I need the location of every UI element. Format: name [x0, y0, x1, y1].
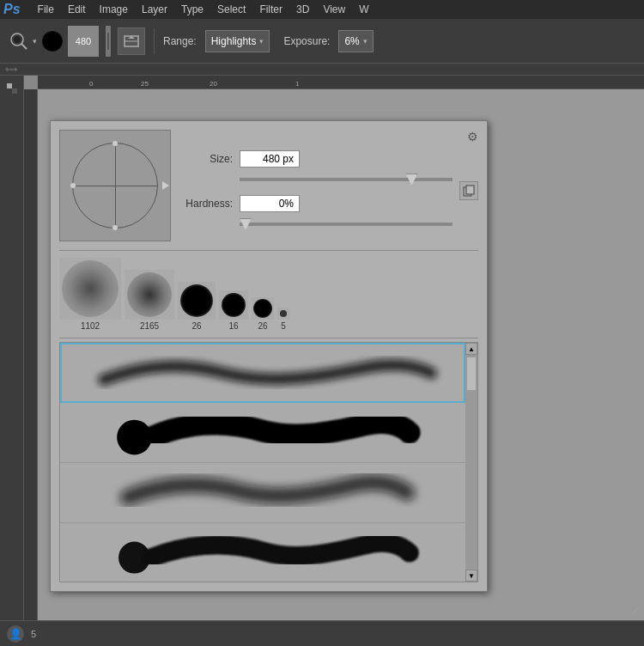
- scrollbar-thumb[interactable]: [466, 357, 477, 391]
- brush-thumb-label-5: 5: [281, 321, 286, 331]
- brush-preview-0: [69, 347, 457, 399]
- svg-rect-5: [7, 83, 12, 88]
- brush-list-scrollbar: ▲ ▼: [465, 343, 477, 582]
- left-toolbar: [0, 76, 24, 620]
- brush-preview-1: [67, 407, 459, 459]
- canvas-area: 0 25 20 1 ⟋: [24, 76, 644, 620]
- exposure-dropdown[interactable]: 6% ▾: [338, 30, 373, 52]
- brush-thumb-label-4: 26: [258, 321, 267, 331]
- ruler-horizontal: 0 25 20 1: [38, 76, 644, 89]
- brush-preview-2: [67, 467, 459, 519]
- brush-thumb-2[interactable]: 26: [178, 282, 216, 331]
- menu-filter[interactable]: Filter: [252, 2, 289, 17]
- brush-row-0[interactable]: [60, 343, 465, 403]
- hardness-slider-container[interactable]: [240, 219, 453, 226]
- brush-thumb-5[interactable]: 5: [277, 308, 289, 331]
- range-dropdown[interactable]: Highlights ▾: [205, 30, 270, 52]
- status-bar: 👤 5: [0, 620, 644, 646]
- scrollbar-down-button[interactable]: ▼: [465, 570, 477, 582]
- menu-layer[interactable]: Layer: [135, 2, 174, 17]
- brush-row-2[interactable]: [60, 463, 465, 523]
- ruler-h-label-2: 20: [210, 80, 217, 88]
- brush-list-area: ▲ ▼: [59, 342, 478, 582]
- ruler-h-label-1: 25: [141, 80, 149, 88]
- brush-thumb-0[interactable]: 1102: [59, 258, 121, 331]
- svg-line-2: [21, 44, 27, 49]
- menu-type[interactable]: Type: [174, 2, 210, 17]
- menu-edit[interactable]: Edit: [61, 2, 93, 17]
- main-toolbar: ▾ 480 Range: Highlights ▾ Exposure: 6% ▾: [0, 19, 644, 64]
- scrollbar-up-button[interactable]: ▲: [465, 343, 477, 355]
- svg-rect-8: [466, 186, 474, 194]
- secondary-toolbar: ⟺: [0, 64, 644, 76]
- ruler-h-label-0: 0: [89, 80, 93, 88]
- brush-thumb-4[interactable]: 26: [252, 297, 274, 331]
- crosshair-dot-top: [112, 141, 118, 146]
- hardness-slider-thumb[interactable]: [240, 218, 252, 230]
- size-slider-container[interactable]: [240, 174, 453, 181]
- crosshair-arrow: [162, 181, 169, 190]
- menu-view[interactable]: View: [316, 2, 352, 17]
- brush-thumbnails: 1102 2165 26: [59, 254, 478, 334]
- hardness-slider-track[interactable]: [240, 222, 453, 226]
- tool-options-icon[interactable]: [118, 27, 145, 55]
- dodge-tool-icon[interactable]: [7, 29, 31, 53]
- brush-list-inner: [60, 343, 465, 582]
- brush-preview[interactable]: [42, 31, 63, 52]
- left-tool-1[interactable]: [3, 79, 21, 98]
- picker-top-section: ⚙ Size: 480 px Hardness:: [59, 130, 478, 241]
- resize-corner-icon[interactable]: ⟋: [630, 605, 641, 617]
- brush-thumb-label-0: 1102: [81, 321, 100, 331]
- svg-rect-6: [12, 88, 17, 94]
- brush-picker-popup: ⚙ Size: 480 px Hardness:: [50, 120, 488, 592]
- gear-settings-button[interactable]: ⚙: [467, 130, 478, 143]
- toolbar-separator-1: [154, 28, 155, 54]
- size-setting-row: Size: 480 px: [181, 150, 478, 168]
- ps-logo: Ps: [3, 2, 21, 17]
- picker-settings: ⚙ Size: 480 px Hardness:: [181, 130, 478, 241]
- brush-thumb-3[interactable]: 16: [219, 290, 248, 331]
- dodge-tool-group: ▾: [7, 29, 37, 53]
- brush-row-1[interactable]: [60, 403, 465, 463]
- hardness-label: Hardness:: [181, 198, 233, 210]
- main-area: 0 25 20 1 ⟋: [0, 76, 644, 620]
- menu-bar: Ps File Edit Image Layer Type Select Fil…: [0, 0, 644, 19]
- menu-file[interactable]: File: [31, 2, 61, 17]
- menu-3d[interactable]: 3D: [289, 2, 316, 17]
- crosshair-dot-bottom: [112, 225, 118, 230]
- status-number: 5: [31, 629, 36, 639]
- crosshair-v: [115, 143, 116, 228]
- crosshair-dot-left: [70, 183, 76, 188]
- menu-select[interactable]: Select: [210, 2, 252, 17]
- brush-thumb-label-1: 2165: [140, 321, 159, 331]
- exposure-label: Exposure:: [283, 35, 330, 47]
- size-slider-thumb[interactable]: [405, 174, 417, 186]
- brush-resize-handle[interactable]: [106, 26, 111, 57]
- exposure-value: 6%: [344, 35, 359, 47]
- ruler-h-label-3: 1: [295, 80, 299, 88]
- hardness-value-box[interactable]: 0%: [240, 195, 300, 212]
- exposure-dropdown-arrow: ▾: [363, 37, 368, 46]
- brush-size-display[interactable]: 480: [68, 26, 99, 57]
- brush-thumb-1[interactable]: 2165: [125, 270, 174, 331]
- size-value-box[interactable]: 480 px: [240, 150, 300, 168]
- menu-image[interactable]: Image: [93, 2, 135, 17]
- ruler-vertical: [24, 89, 38, 620]
- size-label: Size:: [181, 153, 233, 165]
- brush-circle-preview: [72, 143, 158, 229]
- brush-row-3[interactable]: [60, 523, 465, 582]
- menu-more[interactable]: W: [352, 2, 375, 17]
- brush-thumb-label-2: 26: [191, 321, 201, 331]
- hardness-setting-row: Hardness: 0%: [181, 195, 478, 212]
- svg-point-1: [14, 36, 21, 43]
- copy-button[interactable]: [459, 181, 478, 200]
- size-slider-track[interactable]: [240, 178, 453, 181]
- person-icon: 👤: [7, 625, 24, 643]
- brush-visual-preview: [59, 130, 171, 241]
- picker-divider-1: [59, 250, 478, 251]
- range-dropdown-arrow: ▾: [259, 37, 264, 46]
- tool-dropdown-arrow[interactable]: ▾: [33, 37, 37, 46]
- range-value: Highlights: [211, 35, 257, 47]
- picker-divider-2: [59, 338, 478, 338]
- resize-handle[interactable]: ⟺: [5, 64, 17, 74]
